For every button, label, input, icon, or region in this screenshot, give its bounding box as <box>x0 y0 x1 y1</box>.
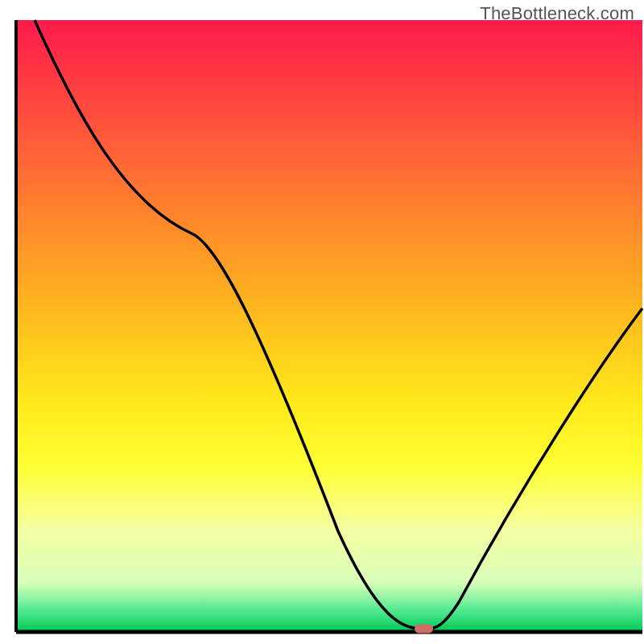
optimal-point-marker <box>415 625 433 634</box>
plot-background <box>16 20 642 632</box>
chart-container: TheBottleneck.com <box>0 0 644 644</box>
bottleneck-curve-chart <box>0 0 644 644</box>
watermark-text: TheBottleneck.com <box>480 3 634 24</box>
